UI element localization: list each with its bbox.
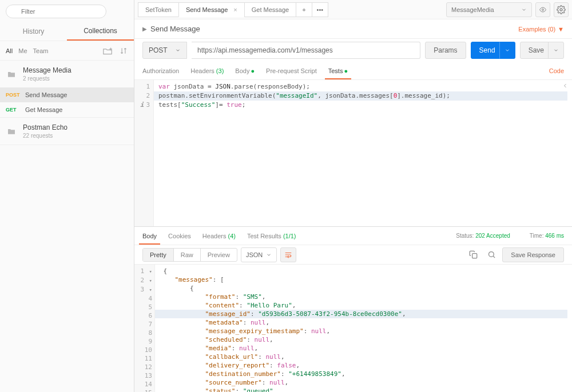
view-raw[interactable]: Raw	[173, 249, 200, 261]
collection-name: Message Media	[23, 66, 72, 74]
tab-history[interactable]: History	[0, 22, 67, 41]
save-response-button[interactable]: Save Response	[502, 247, 564, 262]
response-body[interactable]: 1 ▾2 ▾3 ▾456789101112131415161718 { "mes…	[134, 265, 572, 392]
collection-sub: 22 requests	[23, 133, 67, 139]
environment-quicklook-button[interactable]	[535, 2, 550, 17]
response-status: Status: 202 Accepted	[456, 233, 510, 239]
filter-input[interactable]	[6, 5, 106, 18]
subtab-tests[interactable]: Tests●	[328, 63, 348, 79]
folder-icon	[7, 70, 17, 78]
sort-icon[interactable]	[119, 47, 128, 55]
svg-rect-6	[472, 254, 476, 258]
resp-tab-headers[interactable]: Headers (4)	[202, 228, 236, 244]
format-select[interactable]: JSON	[241, 247, 277, 262]
code-link[interactable]: Code	[549, 67, 564, 74]
save-dropdown[interactable]	[548, 42, 564, 59]
scope-me[interactable]: Me	[18, 47, 27, 54]
search-response-button[interactable]	[484, 247, 499, 262]
tab-collections[interactable]: Collections	[67, 22, 134, 41]
wrap-lines-button[interactable]	[280, 247, 296, 262]
svg-line-8	[493, 256, 495, 258]
request-tab-label: Get Message	[252, 6, 289, 13]
scope-team[interactable]: Team	[33, 47, 49, 54]
method-label: POST	[149, 46, 168, 54]
send-dropdown[interactable]	[499, 42, 515, 59]
params-button[interactable]: Params	[425, 42, 466, 59]
response-time: Time: 466 ms	[530, 233, 564, 239]
view-pretty[interactable]: Pretty	[143, 249, 173, 261]
subtab-prerequest[interactable]: Pre-request Script	[266, 63, 317, 79]
collection-header[interactable]: Message Media 2 requests	[0, 61, 134, 87]
collection-item-send-message[interactable]: POST Send Message	[0, 87, 134, 102]
svg-point-7	[488, 252, 494, 257]
collapse-icon[interactable]: ▶	[142, 26, 147, 32]
close-icon[interactable]: ×	[233, 6, 237, 13]
method-badge: POST	[6, 92, 21, 98]
collection-item-label: Get Message	[25, 106, 62, 113]
sidebar: History Collections All Me Team	[0, 0, 134, 392]
subtab-authorization[interactable]: Authorization	[142, 63, 179, 79]
svg-point-4	[542, 9, 544, 10]
environment-label: MessageMedia	[451, 6, 494, 13]
request-title: Send Message	[150, 25, 200, 33]
caret-down-icon: ▼	[558, 26, 564, 33]
collapse-snippets-icon[interactable]	[562, 82, 569, 89]
svg-point-5	[560, 9, 562, 11]
format-label: JSON	[246, 251, 263, 258]
add-tab-button[interactable]: +	[296, 2, 312, 17]
view-mode-segment: Pretty Raw Preview	[142, 248, 237, 262]
subtab-body[interactable]: Body●	[235, 63, 255, 79]
line-gutter: 123	[134, 80, 154, 226]
url-input[interactable]	[192, 42, 420, 59]
view-preview[interactable]: Preview	[200, 249, 237, 261]
collection-sub: 2 requests	[23, 75, 72, 82]
resp-tab-body[interactable]: Body	[142, 228, 157, 244]
copy-response-button[interactable]	[466, 247, 480, 262]
scope-all[interactable]: All	[6, 47, 13, 54]
settings-button[interactable]	[554, 2, 569, 17]
request-tab-label: SetToken	[145, 6, 172, 13]
send-button[interactable]: Send	[471, 42, 504, 59]
tab-options-button[interactable]: •••	[312, 2, 329, 17]
method-badge: GET	[6, 107, 21, 113]
method-select[interactable]: POST	[142, 42, 187, 59]
line-gutter: 1 ▾2 ▾3 ▾456789101112131415161718	[134, 265, 155, 392]
collection-name: Postman Echo	[23, 123, 67, 131]
resp-tab-tests[interactable]: Test Results (1/1)	[247, 228, 296, 244]
chevron-down-icon	[521, 7, 527, 13]
resp-tab-cookies[interactable]: Cookies	[168, 228, 191, 244]
response-code[interactable]: { "messages": [ { "format": "SMS", "cont…	[155, 265, 572, 392]
request-tab-label: Send Message	[186, 6, 228, 13]
request-tab[interactable]: SetToken	[138, 2, 179, 17]
code-area[interactable]: var jsonData = JSON.parse(responseBody);…	[154, 80, 572, 226]
examples-link[interactable]: Examples (0)	[518, 26, 555, 33]
collections-list: Message Media 2 requests POST Send Messa…	[0, 61, 134, 392]
collection-item-get-message[interactable]: GET Get Message	[0, 102, 134, 117]
subtab-headers[interactable]: Headers (3)	[190, 63, 224, 79]
environment-select[interactable]: MessageMedia	[446, 2, 532, 17]
request-tab[interactable]: Get Message	[244, 2, 296, 17]
collection-header[interactable]: Postman Echo 22 requests	[0, 118, 134, 145]
folder-icon	[7, 127, 17, 135]
topbar: SetToken Send Message × Get Message + ••…	[134, 0, 572, 19]
new-collection-icon[interactable]	[102, 46, 113, 55]
collection-item-label: Send Message	[25, 91, 67, 98]
chevron-down-icon	[175, 47, 181, 53]
request-tab[interactable]: Send Message ×	[178, 2, 245, 17]
script-editor[interactable]: 123 var jsonData = JSON.parse(responseBo…	[134, 80, 572, 226]
